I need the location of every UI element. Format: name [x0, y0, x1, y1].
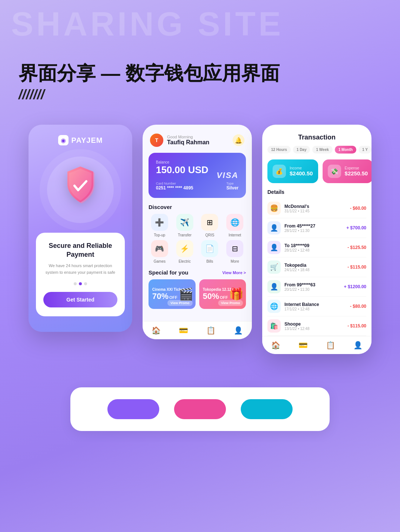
tx-mcdonalds-name: McDonnal's [284, 204, 309, 209]
discover-topup[interactable]: ➕ Top-up [149, 214, 171, 237]
logo-text: PAYJEM [71, 136, 103, 145]
tx-mcdonalds[interactable]: 🍔 McDonnal's 31/1/22 • 11:45 - $60.00 [267, 199, 366, 218]
tx-shopee-name: Shoope [284, 321, 309, 327]
discover-more[interactable]: ⊟ More [224, 240, 246, 263]
expense-label: Expense [345, 166, 368, 170]
tx-from45[interactable]: 👤 From 45*****27 28/1/22 • 11:30 + $700.… [267, 218, 366, 238]
user-avatar: T [150, 134, 163, 147]
nav-home[interactable]: 🏠 [151, 326, 161, 335]
tx-nav-home[interactable]: 🏠 [271, 341, 280, 350]
phone-dashboard: T Good Morning Taufiq Rahman 🔔 Balance 1… [143, 125, 252, 339]
expense-amount: $2250.50 [345, 170, 368, 176]
tx-mcdonalds-date: 31/1/22 • 11:45 [284, 209, 309, 213]
tx-from99[interactable]: 👤 From 99*****63 20/1/22 • 11:30 + $1200… [267, 277, 366, 297]
tx-from99-date: 20/1/22 • 11:30 [284, 287, 315, 292]
internet-label: Internet [229, 233, 241, 237]
filter-1y[interactable]: 1 Y [359, 146, 371, 154]
promo-cinema[interactable]: Cinema XXI Ticket 70% OFF 🎬 View Promo [149, 279, 196, 309]
phones-section: PAYJEM [0, 110, 400, 376]
tx-internet[interactable]: 🌐 Internet Balance 17/1/22 • 12:48 - $80… [267, 297, 366, 316]
palette-card [70, 387, 330, 431]
color-pink [174, 399, 226, 419]
view-more-link[interactable]: View More > [222, 270, 246, 275]
onboarding-desc: We have 24 hours smart protection system… [43, 263, 117, 276]
promo-tokopedia[interactable]: Tokopedia 12.12 50% OFF 🎁 View Promo [199, 279, 246, 309]
tx-mcdonalds-amount: - $60.00 [350, 206, 366, 211]
tx-to18-name: To 18*****09 [284, 243, 309, 248]
nav-profile[interactable]: 👤 [234, 326, 243, 335]
bills-label: Bills [206, 259, 213, 263]
tx-from45-name: From 45*****27 [284, 223, 315, 229]
electric-icon: ⚡ [176, 240, 193, 257]
tx-shopee-amount: - $115.00 [347, 323, 366, 329]
discover-transfer[interactable]: ✈️ Transfer [174, 214, 196, 237]
nav-wallet[interactable]: 💳 [179, 326, 188, 335]
notification-bell[interactable]: 🔔 [233, 134, 244, 146]
promo-tokopedia-emoji: 🎁 [229, 287, 244, 301]
page-header: 界面分享 — 数字钱包应用界面 /////// [0, 0, 400, 110]
tx-internet-name: Internet Balance [284, 302, 319, 307]
expense-icon: 💸 [328, 165, 341, 178]
tx-tokopedia[interactable]: 🛒 Tokopedia 24/1/22 • 18:48 - $115.00 [267, 257, 366, 277]
promo-cinema-btn[interactable]: View Promo [167, 300, 192, 306]
discover-electric[interactable]: ⚡ Electric [174, 240, 196, 263]
bottom-navigation: 🏠 💳 📋 👤 [143, 321, 252, 339]
topup-icon: ➕ [151, 214, 168, 231]
color-teal [241, 399, 293, 419]
user-name: Taufiq Rahman [167, 139, 209, 146]
promo-cinema-off-label: OFF [169, 295, 177, 300]
games-icon: 🎮 [151, 240, 168, 257]
card-type: Silver [226, 185, 239, 191]
logo-icon [58, 135, 69, 145]
tx-shopee-icon: 🛍️ [267, 319, 281, 333]
filter-12h[interactable]: 12 Hours [267, 146, 291, 154]
bills-icon: 📄 [201, 240, 218, 257]
dot-3 [84, 282, 87, 285]
tx-to18[interactable]: 👤 To 18*****09 28/1/22 • 12:48 - $125.50 [267, 238, 366, 257]
tx-nav-wallet[interactable]: 💳 [299, 341, 308, 350]
card-brand: VISA [217, 171, 239, 180]
promo-tokopedia-off: 50% [203, 292, 219, 301]
more-label: More [231, 259, 239, 263]
tx-internet-date: 17/1/22 • 12:48 [284, 307, 319, 311]
promos-row: Cinema XXI Ticket 70% OFF 🎬 View Promo T… [143, 279, 252, 315]
transaction-list: 🍔 McDonnal's 31/1/22 • 11:45 - $60.00 👤 … [262, 199, 371, 336]
time-filters: 12 Hours 1 Day 1 Week 1 Month 1 Y [262, 146, 371, 159]
tx-nav-profile[interactable]: 👤 [353, 341, 363, 350]
topup-label: Top-up [154, 233, 166, 237]
balance-label: Balance [156, 160, 239, 164]
app-logo: PAYJEM [58, 135, 103, 145]
tx-to18-icon: 👤 [267, 241, 281, 254]
tx-mcdonalds-icon: 🍔 [267, 202, 281, 215]
phone-onboarding: PAYJEM [29, 125, 132, 332]
discover-grid: ➕ Top-up ✈️ Transfer ⊞ QRIS 🌐 Internet 🎮 [143, 214, 252, 268]
tx-nav-doc[interactable]: 📋 [326, 341, 335, 350]
discover-qris[interactable]: ⊞ QRIS [199, 214, 221, 237]
filter-1d[interactable]: 1 Day [293, 146, 310, 154]
filter-1m[interactable]: 1 Month [335, 146, 356, 154]
discover-internet[interactable]: 🌐 Internet [224, 214, 246, 237]
tx-tokopedia-name: Tokopedia [284, 263, 309, 268]
promo-tokopedia-name: Tokopedia 12.12 [203, 287, 231, 292]
discover-title: Discover [143, 204, 252, 214]
tx-to18-amount: - $125.50 [347, 245, 366, 250]
discover-bills[interactable]: 📄 Bills [199, 240, 221, 263]
filter-1w[interactable]: 1 Week [312, 146, 332, 154]
tx-to18-date: 28/1/22 • 12:48 [284, 248, 309, 252]
tx-tokopedia-icon: 🛒 [267, 260, 281, 274]
discover-games[interactable]: 🎮 Games [149, 240, 171, 263]
get-started-button[interactable]: Get Started [43, 292, 117, 307]
electric-label: Electric [179, 259, 191, 263]
color-purple [107, 399, 159, 419]
promo-cinema-off: 70% [152, 292, 169, 301]
promo-tokopedia-off-label: OFF [220, 295, 228, 300]
transfer-label: Transfer [178, 233, 191, 237]
income-card: 💰 Income $2400.50 [267, 159, 318, 183]
tx-from99-name: From 99*****63 [284, 282, 315, 287]
dot-1 [74, 282, 77, 285]
nav-doc[interactable]: 📋 [206, 326, 216, 335]
income-icon: 💰 [273, 165, 286, 178]
details-title: Details [262, 189, 371, 199]
tx-shopee[interactable]: 🛍️ Shoope 13/1/22 • 12:48 - $115.00 [267, 316, 366, 336]
promo-tokopedia-btn[interactable]: View Promo [218, 300, 243, 306]
